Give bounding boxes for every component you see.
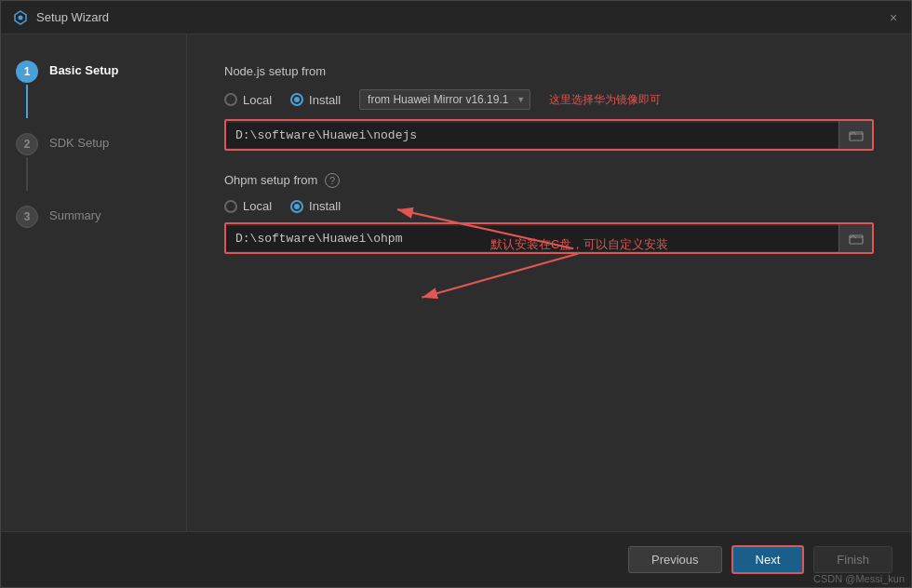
ohpm-radio-group: Local Install	[224, 199, 874, 213]
ohpm-section-title: Ohpm setup from ?	[224, 173, 874, 188]
finish-button[interactable]: Finish	[813, 546, 892, 573]
window-controls: ×	[887, 11, 900, 24]
step-1-indicator: 1	[16, 60, 38, 118]
nodejs-browse-button[interactable]	[838, 121, 872, 149]
nodejs-section: Node.js setup from Local Install from Hu…	[224, 64, 874, 151]
window-title: Setup Wizard	[36, 10, 887, 24]
step-1-line	[26, 85, 28, 118]
nodejs-local-label: Local	[243, 93, 272, 107]
ohpm-local-option[interactable]: Local	[224, 199, 272, 213]
nodejs-path-input[interactable]	[226, 123, 838, 148]
svg-line-5	[422, 253, 578, 297]
ohpm-install-option[interactable]: Install	[290, 199, 341, 213]
nodejs-mirror-select[interactable]: from Huawei Mirror v16.19.1	[359, 89, 530, 110]
ohpm-help-icon[interactable]: ?	[325, 173, 340, 188]
ohpm-browse-button[interactable]	[838, 224, 872, 252]
sidebar-step-1[interactable]: 1 Basic Setup	[1, 53, 186, 126]
app-icon	[12, 9, 29, 26]
nodejs-install-option[interactable]: Install	[290, 93, 341, 107]
nodejs-radio-group: Local Install from Huawei Mirror v16.19.…	[224, 89, 874, 110]
close-button[interactable]: ×	[887, 11, 900, 24]
footer: Previous Next Finish	[1, 531, 911, 587]
setup-wizard-window: Setup Wizard × 1 Basic Setup	[0, 0, 912, 588]
step-2-circle: 2	[16, 133, 38, 155]
title-bar: Setup Wizard ×	[1, 1, 911, 34]
sidebar: 1 Basic Setup 2 SDK Setup	[1, 34, 187, 531]
nodejs-section-title: Node.js setup from	[224, 64, 874, 78]
ohpm-path-input[interactable]	[226, 226, 838, 251]
previous-button[interactable]: Previous	[628, 546, 722, 573]
ohpm-local-radio[interactable]	[224, 200, 237, 213]
ohpm-local-label: Local	[243, 199, 272, 213]
nodejs-install-radio[interactable]	[290, 93, 303, 106]
svg-point-0	[19, 15, 23, 20]
ohpm-install-label: Install	[309, 199, 341, 213]
next-button[interactable]: Next	[731, 545, 805, 574]
step-2-indicator: 2	[16, 133, 38, 191]
nodejs-mirror-hint: 这里选择华为镜像即可	[549, 92, 661, 108]
step-3-indicator: 3	[16, 206, 38, 228]
main-layout: 1 Basic Setup 2 SDK Setup	[1, 34, 911, 531]
sidebar-step-3[interactable]: 3 Summary	[1, 198, 186, 235]
nodejs-mirror-container[interactable]: from Huawei Mirror v16.19.1	[359, 89, 530, 110]
step-1-label: Basic Setup	[49, 60, 118, 77]
sidebar-step-2[interactable]: 2 SDK Setup	[1, 126, 186, 198]
step-1-circle: 1	[16, 60, 38, 83]
content-area: Node.js setup from Local Install from Hu…	[187, 34, 911, 531]
step-3-label: Summary	[49, 206, 101, 222]
nodejs-local-option[interactable]: Local	[224, 93, 272, 107]
step-2-label: SDK Setup	[49, 133, 109, 150]
step-2-line	[26, 157, 28, 191]
ohpm-path-row	[224, 222, 874, 254]
nodejs-path-row	[224, 119, 874, 151]
ohpm-section: Ohpm setup from ? Local Install	[224, 173, 874, 254]
nodejs-local-radio[interactable]	[224, 93, 237, 106]
step-3-circle: 3	[16, 206, 38, 228]
watermark: CSDN @Messi_kun	[813, 573, 905, 584]
nodejs-install-label: Install	[309, 93, 341, 107]
ohpm-install-radio[interactable]	[290, 200, 303, 213]
